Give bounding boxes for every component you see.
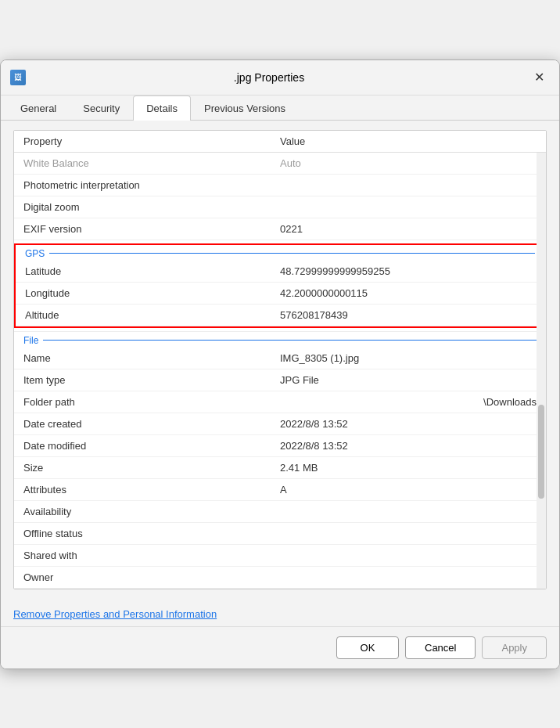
cell-value: 0221 bbox=[280, 222, 537, 236]
scrollbar-track[interactable] bbox=[537, 153, 546, 589]
tab-general[interactable]: General bbox=[7, 96, 70, 121]
cell-value: Auto bbox=[280, 156, 537, 171]
table-row: Attributes A bbox=[14, 479, 546, 501]
cell-value: 2022/8/8 13:52 bbox=[280, 438, 537, 453]
table-row: Size 2.41 MB bbox=[14, 457, 546, 479]
table-row: White Balance Auto bbox=[14, 153, 546, 175]
cell-value: 2022/8/8 13:52 bbox=[280, 416, 537, 431]
header-property: Property bbox=[23, 135, 280, 147]
cell-property: Attributes bbox=[23, 482, 280, 497]
gps-section-label: GPS bbox=[16, 245, 544, 261]
table-row: Digital zoom bbox=[14, 196, 546, 218]
cell-value: A bbox=[280, 482, 537, 497]
properties-window: 🖼 .jpg Properties ✕ General Security Det… bbox=[0, 59, 560, 669]
cell-property: Availability bbox=[23, 504, 280, 519]
cell-property: Folder path bbox=[23, 395, 280, 409]
file-section-label: File bbox=[14, 331, 546, 348]
cell-value: JPG File bbox=[280, 373, 537, 387]
cell-property: Shared with bbox=[23, 548, 280, 563]
cell-value: 2.41 MB bbox=[280, 460, 537, 475]
title-bar: 🖼 .jpg Properties ✕ bbox=[1, 60, 559, 96]
cell-value: 576208178439 bbox=[280, 308, 535, 323]
cell-property: Longitude bbox=[25, 286, 280, 301]
scrollbar-thumb[interactable] bbox=[538, 405, 544, 499]
cell-property: Digital zoom bbox=[23, 200, 280, 214]
footer: OK Cancel Apply bbox=[1, 626, 559, 669]
cell-value: 48.72999999999959255 bbox=[280, 264, 535, 279]
cell-property: Date created bbox=[23, 416, 280, 431]
close-button[interactable]: ✕ bbox=[528, 67, 550, 88]
cell-property: EXIF version bbox=[23, 222, 280, 236]
cancel-button[interactable]: Cancel bbox=[405, 636, 476, 659]
cell-value bbox=[280, 200, 537, 214]
table-row: Latitude 48.72999999999959255 bbox=[16, 261, 544, 283]
link-area: Remove Properties and Personal Informati… bbox=[1, 599, 559, 626]
tab-details[interactable]: Details bbox=[133, 96, 191, 121]
cell-property: Date modified bbox=[23, 438, 280, 453]
cell-property: Latitude bbox=[25, 264, 280, 279]
table-row: Folder path \Downloads bbox=[14, 391, 546, 413]
table-row: Photometric interpretation bbox=[14, 175, 546, 196]
cell-property: Offline status bbox=[23, 526, 280, 541]
cell-value bbox=[280, 504, 537, 519]
content-area: Property Value White Balance Auto Photom… bbox=[1, 121, 559, 599]
cell-value bbox=[280, 548, 537, 563]
cell-property: White Balance bbox=[23, 156, 280, 171]
cell-property: Altitude bbox=[25, 308, 280, 323]
cell-property: Size bbox=[23, 460, 280, 475]
cell-property: Photometric interpretation bbox=[23, 178, 280, 193]
cell-property: Owner bbox=[23, 570, 280, 585]
cell-value: IMG_8305 (1).jpg bbox=[280, 351, 537, 366]
table-row: Name IMG_8305 (1).jpg bbox=[14, 348, 546, 369]
table-scroll-area[interactable]: White Balance Auto Photometric interpret… bbox=[14, 153, 546, 589]
gps-section: GPS Latitude 48.72999999999959255 Longit… bbox=[14, 243, 546, 328]
cell-property: Item type bbox=[23, 373, 280, 387]
table-row: Offline status bbox=[14, 523, 546, 545]
cell-value bbox=[280, 526, 537, 541]
table-row: Owner bbox=[14, 567, 546, 589]
remove-properties-link[interactable]: Remove Properties and Personal Informati… bbox=[13, 608, 217, 620]
table-row: Altitude 576208178439 bbox=[16, 305, 544, 326]
cell-value: \Downloads bbox=[280, 395, 537, 409]
table-row: Shared with bbox=[14, 545, 546, 567]
header-value: Value bbox=[280, 135, 537, 147]
cell-value bbox=[280, 178, 537, 193]
cell-property: Name bbox=[23, 351, 280, 366]
properties-table: Property Value White Balance Auto Photom… bbox=[13, 130, 547, 589]
cell-value: 42.2000000000115 bbox=[280, 286, 535, 301]
table-row: Longitude 42.2000000000115 bbox=[16, 283, 544, 305]
tab-bar: General Security Details Previous Versio… bbox=[1, 96, 559, 121]
ok-button[interactable]: OK bbox=[336, 636, 399, 659]
cell-value bbox=[280, 570, 537, 585]
table-row: Item type JPG File bbox=[14, 369, 546, 391]
table-row: Date created 2022/8/8 13:52 bbox=[14, 413, 546, 435]
tab-previous-versions[interactable]: Previous Versions bbox=[191, 96, 299, 121]
table-row: EXIF version 0221 bbox=[14, 218, 546, 240]
table-header: Property Value bbox=[14, 131, 546, 153]
table-row: Availability bbox=[14, 501, 546, 523]
window-title: .jpg Properties bbox=[10, 71, 528, 84]
apply-button[interactable]: Apply bbox=[482, 636, 547, 659]
table-row: Date modified 2022/8/8 13:52 bbox=[14, 435, 546, 457]
tab-security[interactable]: Security bbox=[70, 96, 133, 121]
